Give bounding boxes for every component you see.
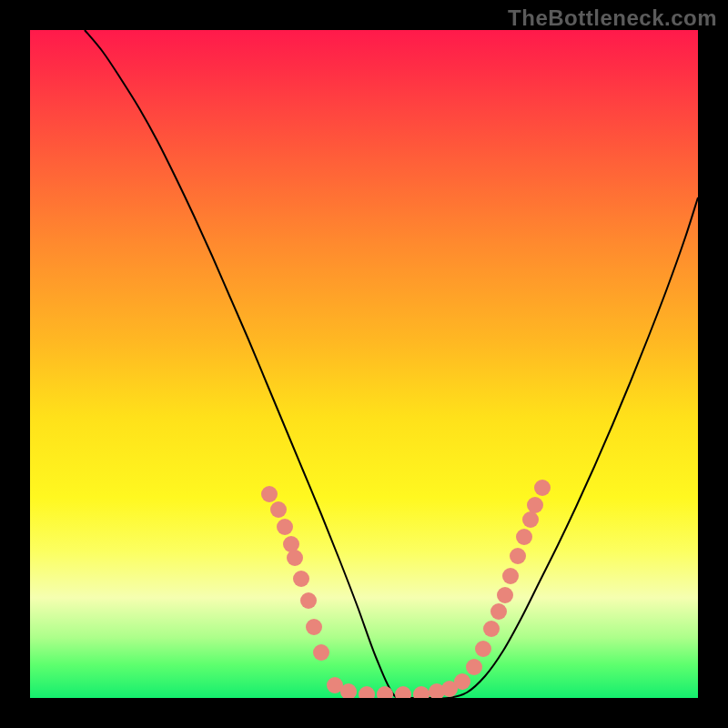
marker-dot xyxy=(287,550,303,566)
marker-dot xyxy=(534,480,551,496)
marker-dot xyxy=(313,644,329,661)
chart-frame: TheBottleneck.com xyxy=(0,0,728,728)
marker-dot xyxy=(510,548,526,564)
marker-dot xyxy=(293,571,309,587)
marker-dots-group xyxy=(261,480,551,698)
marker-dot xyxy=(475,641,491,657)
marker-dot xyxy=(377,686,393,698)
bottleneck-curve xyxy=(85,30,698,698)
marker-dot xyxy=(270,501,287,518)
marker-dot xyxy=(454,673,470,690)
marker-dot xyxy=(359,686,375,698)
marker-dot xyxy=(483,621,500,637)
marker-dot xyxy=(522,511,539,528)
marker-dot xyxy=(527,497,543,513)
marker-dot xyxy=(413,686,430,698)
marker-dot xyxy=(261,486,278,502)
marker-dot xyxy=(277,519,293,535)
marker-dot xyxy=(395,686,411,698)
marker-dot xyxy=(306,619,322,635)
bottleneck-curve-svg xyxy=(30,30,698,698)
plot-area xyxy=(30,30,698,698)
marker-dot xyxy=(490,603,507,620)
marker-dot xyxy=(516,529,532,545)
watermark-label: TheBottleneck.com xyxy=(508,5,717,31)
marker-dot xyxy=(497,587,513,603)
marker-dot xyxy=(466,659,482,675)
marker-dot xyxy=(502,568,519,584)
marker-dot xyxy=(300,592,317,609)
